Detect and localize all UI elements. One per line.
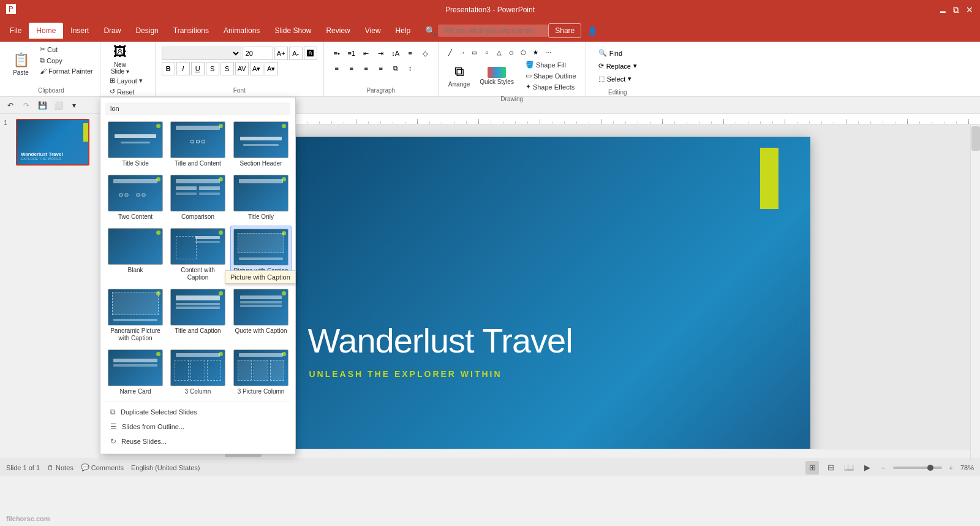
menu-home[interactable]: Home: [29, 23, 63, 39]
shape-fill-button[interactable]: 🪣 Shape Fill: [522, 59, 579, 70]
normal-view-button[interactable]: ⊞: [805, 461, 819, 475]
shape-effects-button[interactable]: ✦ Shape Effects: [522, 82, 579, 92]
presentation-view-button[interactable]: ⬜: [51, 99, 65, 112]
restore-button[interactable]: ⧉: [952, 6, 960, 14]
star-tool[interactable]: ★: [530, 47, 541, 58]
increase-font-button[interactable]: A+: [274, 47, 288, 60]
menu-file[interactable]: File: [2, 23, 29, 39]
save-button[interactable]: 💾: [36, 99, 49, 112]
layout-quote-caption[interactable]: Quote with Caption: [230, 286, 292, 345]
more-shapes[interactable]: ⋯: [543, 47, 554, 58]
char-spacing-button[interactable]: AV: [235, 62, 249, 75]
share-button[interactable]: Share: [548, 23, 581, 38]
layout-picture-caption[interactable]: Picture with Caption Picture with Captio…: [230, 226, 292, 284]
layout-title-slide[interactable]: Title Slide: [105, 119, 165, 170]
quick-styles-button[interactable]: Quick Styles: [476, 64, 518, 88]
reset-button[interactable]: ↺ Reset: [107, 86, 138, 97]
zoom-level[interactable]: 78%: [960, 464, 974, 471]
align-left-button[interactable]: ≡: [330, 61, 344, 75]
font-size-input[interactable]: [243, 47, 273, 60]
search-input[interactable]: [438, 25, 548, 37]
layout-section-header[interactable]: Section Header: [230, 119, 292, 170]
account-icon[interactable]: 👤: [587, 26, 597, 36]
pentagon-tool[interactable]: ⬠: [518, 47, 529, 58]
format-painter-button[interactable]: 🖌 Format Painter: [37, 66, 96, 76]
zoom-in-button[interactable]: +: [947, 463, 956, 473]
arrange-button[interactable]: ⧉ Arrange: [445, 63, 474, 90]
menu-slideshow[interactable]: Slide Show: [267, 23, 318, 39]
comments-button[interactable]: 💬 Comments: [81, 463, 124, 471]
align-text-button[interactable]: ≡: [404, 47, 417, 60]
slide-canvas[interactable]: Wanderlust Travel UNLEASH THE EXPLORER W…: [271, 137, 810, 459]
vertical-scrollbar[interactable]: [970, 125, 980, 459]
notes-button[interactable]: 🗒 Notes: [47, 464, 74, 471]
layout-panoramic[interactable]: Panoramic Picture with Caption: [105, 286, 165, 345]
close-button[interactable]: ✕: [965, 6, 974, 14]
align-center-button[interactable]: ≡: [345, 61, 358, 75]
shape-outline-button[interactable]: ▭ Shape Outline: [522, 71, 579, 81]
new-slide-button[interactable]: 🖼 NewSlide ▾: [107, 44, 134, 75]
menu-transitions[interactable]: Transitions: [166, 23, 216, 39]
menu-view[interactable]: View: [358, 23, 388, 39]
align-right-button[interactable]: ≡: [360, 61, 373, 75]
slide-sorter-button[interactable]: ⊟: [824, 461, 837, 475]
menu-help[interactable]: Help: [388, 23, 418, 39]
layout-name-card[interactable]: Name Card: [105, 347, 165, 398]
arrow-tool[interactable]: →: [457, 47, 468, 58]
font-name-select[interactable]: [162, 47, 241, 60]
zoom-slider[interactable]: [893, 467, 942, 469]
columns-button[interactable]: ⧉: [389, 61, 402, 75]
menu-design[interactable]: Design: [128, 23, 165, 39]
bullets-button[interactable]: ≡•: [330, 47, 344, 60]
zoom-thumb[interactable]: [927, 465, 933, 471]
text-direction-button[interactable]: ↕A: [389, 47, 402, 60]
decrease-font-button[interactable]: A-: [289, 47, 303, 60]
diamond-tool[interactable]: ◇: [506, 47, 517, 58]
bold-button[interactable]: B: [162, 62, 175, 75]
underline-button[interactable]: U: [191, 62, 205, 75]
slides-from-outline-item[interactable]: ☰ Slides from Outline...: [105, 419, 290, 434]
cut-button[interactable]: ✂ Cut: [37, 44, 96, 55]
layout-title-caption[interactable]: Title and Caption: [168, 286, 228, 345]
highlight-button[interactable]: A▾: [265, 62, 278, 75]
undo-button[interactable]: ↶: [4, 99, 17, 112]
decrease-indent-button[interactable]: ⇤: [360, 47, 373, 60]
menu-animations[interactable]: Animations: [216, 23, 267, 39]
clear-format-button[interactable]: 🅰: [304, 47, 317, 60]
menu-insert[interactable]: Insert: [63, 23, 96, 39]
find-button[interactable]: 🔍 Find: [595, 48, 641, 58]
justify-button[interactable]: ≡: [374, 61, 388, 75]
layout-blank[interactable]: Blank: [105, 226, 165, 284]
slide-title[interactable]: Wanderlust Travel: [308, 321, 573, 360]
layout-title-only[interactable]: Title Only: [230, 172, 292, 223]
rect-tool[interactable]: ▭: [469, 47, 480, 58]
select-button[interactable]: ⬚ Select▾: [595, 74, 641, 84]
slide-thumbnail[interactable]: Wanderlust Travel EXPLORE THE WORLD: [16, 119, 89, 166]
customize-button[interactable]: ▾: [67, 99, 81, 112]
italic-button[interactable]: I: [176, 62, 190, 75]
triangle-tool[interactable]: △: [494, 47, 505, 58]
text-shadow-button[interactable]: S: [221, 62, 234, 75]
redo-button[interactable]: ↷: [20, 99, 33, 112]
font-color-button[interactable]: A▾: [250, 62, 263, 75]
replace-button[interactable]: ⟳ Replace▾: [595, 61, 641, 71]
copy-button[interactable]: ⧉ Copy: [37, 55, 96, 66]
slideshow-button[interactable]: ▶: [861, 461, 874, 475]
menu-draw[interactable]: Draw: [96, 23, 128, 39]
reuse-slides-item[interactable]: ↻ Reuse Slides...: [105, 434, 290, 449]
slide-subtitle[interactable]: UNLEASH THE EXPLORER WITHIN: [309, 369, 502, 379]
line-spacing-button[interactable]: ↕: [404, 61, 417, 75]
reading-view-button[interactable]: 📖: [842, 461, 856, 475]
layout-3-column[interactable]: 3 Column: [168, 347, 228, 398]
layout-content-caption[interactable]: Content with Caption: [168, 226, 228, 284]
line-tool[interactable]: ╱: [445, 47, 456, 58]
numbering-button[interactable]: ≡1: [345, 47, 358, 60]
strikethrough-button[interactable]: S: [206, 62, 219, 75]
layout-button[interactable]: ⊞ Layout▾: [107, 75, 146, 86]
layout-title-content[interactable]: Title and Content: [168, 119, 228, 170]
duplicate-slides-item[interactable]: ⧉ Duplicate Selected Slides: [105, 405, 290, 419]
menu-review[interactable]: Review: [318, 23, 357, 39]
window-controls[interactable]: 🗕 ⧉ ✕: [938, 6, 974, 14]
minimize-button[interactable]: 🗕: [938, 6, 947, 14]
smartart-button[interactable]: ◇: [418, 47, 432, 60]
